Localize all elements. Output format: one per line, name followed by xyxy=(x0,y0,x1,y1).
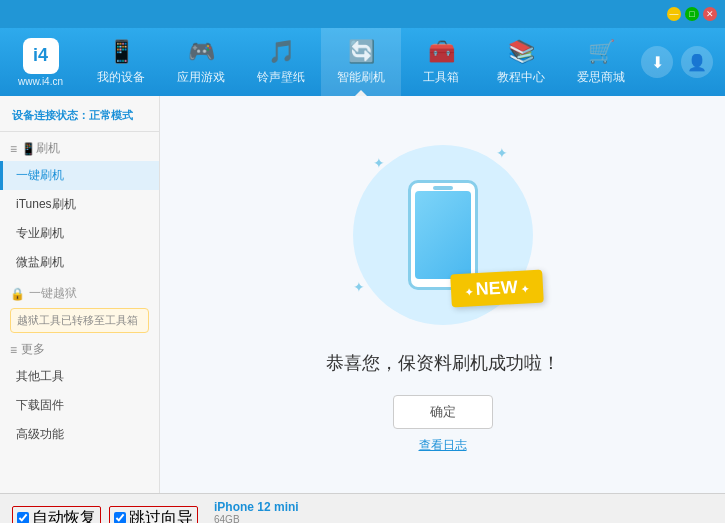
more-section-label: 更多 xyxy=(21,341,45,358)
app-logo: i4 xyxy=(23,38,59,74)
tools-icon: 🧰 xyxy=(428,39,455,65)
sidebar-itunes-flash[interactable]: iTunes刷机 xyxy=(0,190,159,219)
flash-section-label: 刷机 xyxy=(36,140,60,157)
section-more: 更多 xyxy=(0,337,159,362)
top-nav: i4 www.i4.cn 📱 我的设备 🎮 应用游戏 🎵 铃声壁纸 🔄 智能刷机… xyxy=(0,28,725,96)
nav-my-device-label: 我的设备 xyxy=(97,69,145,86)
skip-wizard-input[interactable] xyxy=(114,512,126,523)
device-info: iPhone 12 mini 64GB Down-12mini-13,1 xyxy=(214,500,299,523)
skip-wizard-label: 跳过向导 xyxy=(129,508,193,524)
view-log-link[interactable]: 查看日志 xyxy=(419,437,467,454)
jailbreak-section: 🔒 一键越狱 xyxy=(0,281,159,304)
sparkle-2: ✦ xyxy=(496,145,508,161)
sidebar-pro-flash[interactable]: 专业刷机 xyxy=(0,219,159,248)
maximize-button[interactable]: □ xyxy=(685,7,699,21)
apps-games-icon: 🎮 xyxy=(188,39,215,65)
status-label: 设备连接状态： xyxy=(12,109,89,121)
status-value: 正常模式 xyxy=(89,109,133,121)
bottom-combined: 自动恢复 跳过向导 iPhone 12 mini 64GB Down-12min… xyxy=(0,493,725,523)
nav-my-device[interactable]: 📱 我的设备 xyxy=(81,28,161,96)
flash-section-icon: 📱 xyxy=(21,142,36,156)
jailbreak-label: 一键越狱 xyxy=(29,285,77,302)
nav-tools[interactable]: 🧰 工具箱 xyxy=(401,28,481,96)
sidebar: 设备连接状态：正常模式 📱 刷机 一键刷机 iTunes刷机 专业刷机 微盐刷机… xyxy=(0,96,160,493)
phone-screen xyxy=(415,191,471,279)
auto-restore-checkbox[interactable]: 自动恢复 xyxy=(12,506,101,524)
bottom-top-row: 自动恢复 跳过向导 iPhone 12 mini 64GB Down-12min… xyxy=(0,494,725,523)
download-button[interactable]: ⬇ xyxy=(641,46,673,78)
device-name: iPhone 12 mini xyxy=(214,500,299,514)
main-content: ✦ ✦ ✦ NEW 恭喜您，保资料刷机成功啦！ 确定 查看日志 xyxy=(160,96,725,493)
nav-apps-games[interactable]: 🎮 应用游戏 xyxy=(161,28,241,96)
nav-smart-flash-label: 智能刷机 xyxy=(337,69,385,86)
logo-area: i4 www.i4.cn xyxy=(0,34,81,91)
nav-tutorial[interactable]: 📚 教程中心 xyxy=(481,28,561,96)
device-storage: 64GB xyxy=(214,514,299,523)
close-button[interactable]: ✕ xyxy=(703,7,717,21)
nav-ringtone-label: 铃声壁纸 xyxy=(257,69,305,86)
jailbreak-warning: 越狱工具已转移至工具箱 xyxy=(10,308,149,333)
minimize-button[interactable]: — xyxy=(667,7,681,21)
nav-right: ⬇ 👤 xyxy=(641,46,725,78)
nav-tools-label: 工具箱 xyxy=(423,69,459,86)
nav-mall-label: 爱思商城 xyxy=(577,69,625,86)
sidebar-downgrade-flash[interactable]: 微盐刷机 xyxy=(0,248,159,277)
nav-smart-flash[interactable]: 🔄 智能刷机 xyxy=(321,28,401,96)
main-layout: 设备连接状态：正常模式 📱 刷机 一键刷机 iTunes刷机 专业刷机 微盐刷机… xyxy=(0,96,725,493)
sidebar-one-click-flash[interactable]: 一键刷机 xyxy=(0,161,159,190)
success-illustration: ✦ ✦ ✦ NEW xyxy=(343,135,543,335)
phone-notch xyxy=(433,186,453,190)
sidebar-other-tools[interactable]: 其他工具 xyxy=(0,362,159,391)
device-status: 设备连接状态：正常模式 xyxy=(0,104,159,132)
confirm-button[interactable]: 确定 xyxy=(393,395,493,429)
nav-tutorial-label: 教程中心 xyxy=(497,69,545,86)
success-message: 恭喜您，保资料刷机成功啦！ xyxy=(326,351,560,375)
sidebar-download-firmware[interactable]: 下载固件 xyxy=(0,391,159,420)
nav-apps-games-label: 应用游戏 xyxy=(177,69,225,86)
window-controls: — □ ✕ xyxy=(667,7,717,21)
new-badge: NEW xyxy=(450,270,543,308)
auto-restore-label: 自动恢复 xyxy=(32,508,96,524)
tutorial-icon: 📚 xyxy=(508,39,535,65)
nav-items: 📱 我的设备 🎮 应用游戏 🎵 铃声壁纸 🔄 智能刷机 🧰 工具箱 📚 教程中心… xyxy=(81,28,641,96)
sparkle-3: ✦ xyxy=(353,279,365,295)
sidebar-advanced[interactable]: 高级功能 xyxy=(0,420,159,449)
title-bar: — □ ✕ xyxy=(0,0,725,28)
my-device-icon: 📱 xyxy=(108,39,135,65)
lock-icon: 🔒 xyxy=(10,287,25,301)
mall-icon: 🛒 xyxy=(588,39,615,65)
nav-mall[interactable]: 🛒 爱思商城 xyxy=(561,28,641,96)
skip-wizard-checkbox[interactable]: 跳过向导 xyxy=(109,506,198,524)
app-website: www.i4.cn xyxy=(18,76,63,87)
smart-flash-icon: 🔄 xyxy=(348,39,375,65)
section-flash: 📱 刷机 xyxy=(0,136,159,161)
nav-ringtone[interactable]: 🎵 铃声壁纸 xyxy=(241,28,321,96)
auto-restore-input[interactable] xyxy=(17,512,29,523)
account-button[interactable]: 👤 xyxy=(681,46,713,78)
ringtone-icon: 🎵 xyxy=(268,39,295,65)
